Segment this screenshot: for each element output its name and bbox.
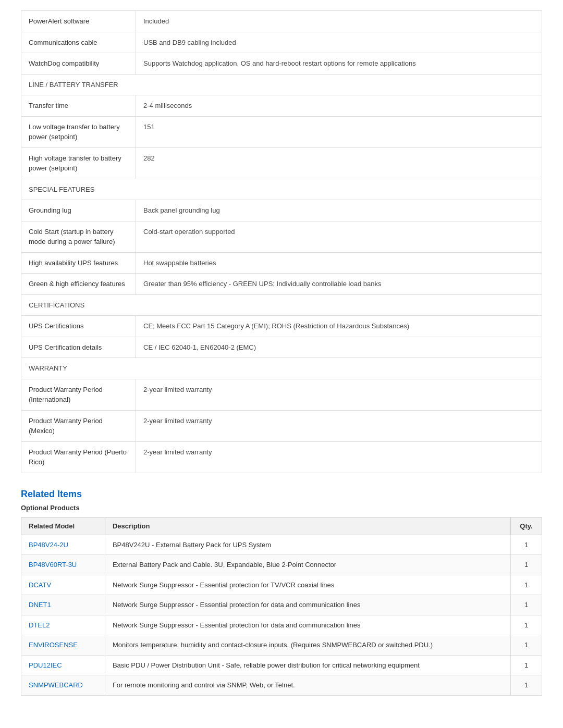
spec-label: Low voltage transfer to battery power (s… bbox=[21, 116, 136, 147]
spec-label: Transfer time bbox=[21, 95, 136, 117]
spec-label: PowerAlert software bbox=[21, 11, 136, 32]
spec-value: 151 bbox=[136, 116, 542, 147]
spec-label: Green & high efficiency features bbox=[21, 274, 136, 295]
spec-label: Cold Start (startup in battery mode duri… bbox=[21, 221, 136, 252]
related-model-link[interactable]: DTEL2 bbox=[21, 615, 105, 635]
spec-label: UPS Certifications bbox=[21, 316, 136, 337]
spec-value: Supports Watchdog application, OS and ha… bbox=[136, 53, 542, 75]
related-table-row: DCATVNetwork Surge Suppressor - Essentia… bbox=[21, 575, 542, 595]
spec-label: High voltage transfer to battery power (… bbox=[21, 147, 136, 179]
spec-value: Greater than 95% efficiency - GREEN UPS;… bbox=[136, 274, 542, 295]
related-items-section: Related Items Optional Products Related … bbox=[21, 489, 542, 696]
related-model-link[interactable]: ENVIROSENSE bbox=[21, 635, 105, 656]
specs-table: PowerAlert softwareIncludedCommunication… bbox=[21, 10, 542, 473]
related-model-link[interactable]: SNMPWEBCARD bbox=[21, 675, 105, 696]
spec-value: 2-year limited warranty bbox=[136, 379, 542, 410]
related-qty: 1 bbox=[511, 675, 542, 696]
section-header: CERTIFICATIONS bbox=[21, 294, 542, 316]
related-model-link[interactable]: BP48V60RT-3U bbox=[21, 555, 105, 575]
spec-label: UPS Certification details bbox=[21, 337, 136, 358]
related-items-title: Related Items bbox=[21, 489, 542, 500]
related-table-header: Related Model bbox=[21, 517, 105, 535]
section-header: LINE / BATTERY TRANSFER bbox=[21, 74, 542, 95]
related-table-row: DTEL2Network Surge Suppressor - Essentia… bbox=[21, 615, 542, 635]
related-description: Network Surge Suppressor - Essential pro… bbox=[105, 595, 510, 615]
spec-value: Hot swappable batteries bbox=[136, 252, 542, 274]
related-description: For remote monitoring and control via SN… bbox=[105, 675, 510, 696]
spec-value: 282 bbox=[136, 147, 542, 179]
spec-value: Back panel grounding lug bbox=[136, 200, 542, 221]
related-description: External Battery Pack and Cable. 3U, Exp… bbox=[105, 555, 510, 575]
related-table: Related ModelDescriptionQty. BP48V24-2UB… bbox=[21, 517, 542, 696]
spec-value: 2-4 milliseconds bbox=[136, 95, 542, 117]
spec-label: WatchDog compatibility bbox=[21, 53, 136, 75]
related-model-link[interactable]: DNET1 bbox=[21, 595, 105, 615]
spec-label: Product Warranty Period (International) bbox=[21, 379, 136, 410]
spec-value: Cold-start operation supported bbox=[136, 221, 542, 252]
related-model-link[interactable]: BP48V24-2U bbox=[21, 535, 105, 555]
related-table-header: Qty. bbox=[511, 517, 542, 535]
optional-products-label: Optional Products bbox=[21, 504, 542, 512]
related-table-row: ENVIROSENSEMonitors temperature, humidit… bbox=[21, 635, 542, 656]
related-table-row: BP48V24-2UBP48V242U - External Battery P… bbox=[21, 535, 542, 555]
spec-value: Included bbox=[136, 11, 542, 32]
section-header: WARRANTY bbox=[21, 358, 542, 379]
related-model-link[interactable]: DCATV bbox=[21, 575, 105, 595]
spec-value: CE; Meets FCC Part 15 Category A (EMI); … bbox=[136, 316, 542, 337]
related-qty: 1 bbox=[511, 595, 542, 615]
spec-value: USB and DB9 cabling included bbox=[136, 32, 542, 53]
related-description: Basic PDU / Power Distribution Unit - Sa… bbox=[105, 655, 510, 675]
spec-label: Communications cable bbox=[21, 32, 136, 53]
related-description: BP48V242U - External Battery Pack for UP… bbox=[105, 535, 510, 555]
related-table-header: Description bbox=[105, 517, 510, 535]
spec-value: CE / IEC 62040-1, EN62040-2 (EMC) bbox=[136, 337, 542, 358]
spec-value: 2-year limited warranty bbox=[136, 410, 542, 441]
spec-label: Product Warranty Period (Puerto Rico) bbox=[21, 441, 136, 473]
related-table-row: PDU12IECBasic PDU / Power Distribution U… bbox=[21, 655, 542, 675]
related-table-row: DNET1Network Surge Suppressor - Essentia… bbox=[21, 595, 542, 615]
related-qty: 1 bbox=[511, 575, 542, 595]
related-description: Network Surge Suppressor - Essential pro… bbox=[105, 615, 510, 635]
related-qty: 1 bbox=[511, 555, 542, 575]
spec-label: High availability UPS features bbox=[21, 252, 136, 274]
related-qty: 1 bbox=[511, 655, 542, 675]
related-description: Monitors temperature, humidity and conta… bbox=[105, 635, 510, 656]
related-table-row: SNMPWEBCARDFor remote monitoring and con… bbox=[21, 675, 542, 696]
spec-value: 2-year limited warranty bbox=[136, 441, 542, 473]
related-description: Network Surge Suppressor - Essential pro… bbox=[105, 575, 510, 595]
spec-label: Product Warranty Period (Mexico) bbox=[21, 410, 136, 441]
related-table-row: BP48V60RT-3UExternal Battery Pack and Ca… bbox=[21, 555, 542, 575]
related-qty: 1 bbox=[511, 635, 542, 656]
related-qty: 1 bbox=[511, 535, 542, 555]
spec-label: Grounding lug bbox=[21, 200, 136, 221]
related-model-link[interactable]: PDU12IEC bbox=[21, 655, 105, 675]
related-qty: 1 bbox=[511, 615, 542, 635]
section-header: SPECIAL FEATURES bbox=[21, 179, 542, 200]
